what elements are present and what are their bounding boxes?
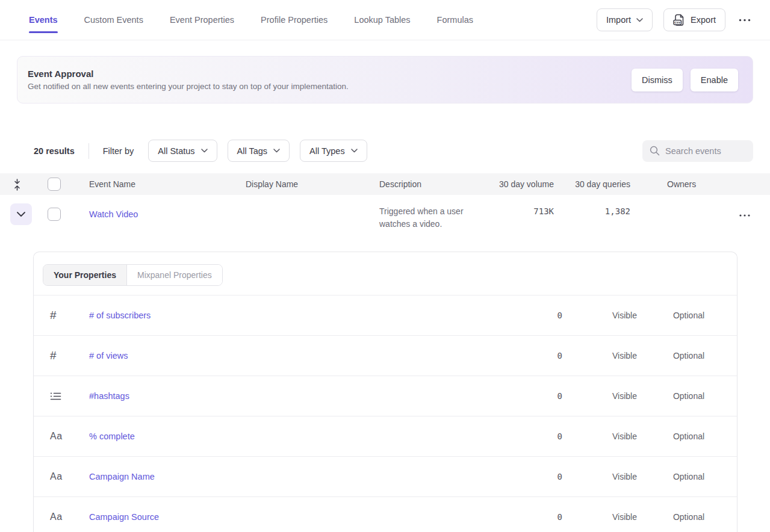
property-name-link[interactable]: Campaign Source xyxy=(89,512,159,522)
tab-events[interactable]: Events xyxy=(29,1,58,39)
property-requirement[interactable]: Optional xyxy=(650,351,728,360)
event-name-cell: Watch Video xyxy=(89,203,246,220)
property-visibility[interactable]: Visible xyxy=(600,351,650,360)
property-visibility[interactable]: Visible xyxy=(600,311,650,320)
export-button[interactable]: csv Export xyxy=(663,8,725,31)
description-text: Triggered when a user watches a video. xyxy=(379,203,494,230)
number-type-icon: # xyxy=(34,309,89,322)
header-checkbox-cell xyxy=(34,178,89,191)
filter-by-label: Filter by xyxy=(103,146,134,156)
chevron-down-icon xyxy=(636,18,643,22)
row-actions-cell xyxy=(733,203,770,220)
property-name-link[interactable]: % complete xyxy=(89,431,135,441)
tab-events-label: Events xyxy=(29,15,58,25)
banner-text: Event Approval Get notified on all new e… xyxy=(28,69,349,91)
header-description[interactable]: Description xyxy=(379,179,494,189)
header-30-day-queries[interactable]: 30 day queries xyxy=(554,179,630,189)
property-row: Aa % complete 0 Visible Optional xyxy=(34,416,737,457)
event-approval-banner: Event Approval Get notified on all new e… xyxy=(17,56,753,104)
import-button-label: Import xyxy=(606,15,631,25)
tab-formulas[interactable]: Formulas xyxy=(437,1,473,39)
properties-tab-group: Your Properties Mixpanel Properties xyxy=(43,264,223,286)
property-value: 0 xyxy=(557,311,562,320)
property-value: 0 xyxy=(557,512,562,522)
property-requirement[interactable]: Optional xyxy=(650,311,728,320)
collapse-all-button[interactable] xyxy=(0,178,34,191)
property-name-link[interactable]: # of subscribers xyxy=(89,311,151,320)
queries-cell: 1,382 xyxy=(554,203,630,217)
property-visibility[interactable]: Visible xyxy=(600,391,650,401)
chevron-down-icon xyxy=(351,149,358,153)
row-checkbox-cell xyxy=(34,203,89,221)
property-name-link[interactable]: # of views xyxy=(89,351,128,360)
header-event-name[interactable]: Event Name xyxy=(89,179,246,189)
property-visibility[interactable]: Visible xyxy=(600,512,650,522)
svg-text:csv: csv xyxy=(674,20,681,24)
more-options-button[interactable] xyxy=(736,15,753,25)
vertical-divider xyxy=(88,143,89,159)
banner-subtitle: Get notified on all new events entering … xyxy=(28,82,349,91)
tab-custom-events[interactable]: Custom Events xyxy=(84,1,143,39)
property-requirement[interactable]: Optional xyxy=(650,391,728,401)
search-events-input[interactable] xyxy=(665,146,746,156)
types-filter-dropdown[interactable]: All Types xyxy=(300,140,367,162)
search-icon xyxy=(650,146,660,156)
tab-mixpanel-properties[interactable]: Mixpanel Properties xyxy=(127,265,222,285)
property-requirement[interactable]: Optional xyxy=(650,431,728,441)
banner-buttons: Dismiss Enable xyxy=(632,69,738,91)
property-requirement[interactable]: Optional xyxy=(650,472,728,481)
list-type-icon xyxy=(34,392,89,401)
top-navigation: Events Custom Events Event Properties Pr… xyxy=(0,0,770,40)
text-type-icon: Aa xyxy=(34,512,89,522)
tab-lookup-tables[interactable]: Lookup Tables xyxy=(354,1,410,39)
properties-tabs-bar: Your Properties Mixpanel Properties xyxy=(34,252,737,295)
property-row: #hashtags 0 Visible Optional xyxy=(34,376,737,416)
row-checkbox[interactable] xyxy=(48,208,61,221)
filter-toolbar: 20 results Filter by All Status All Tags… xyxy=(0,140,770,162)
results-count: 20 results xyxy=(34,146,75,156)
collapse-row-button[interactable] xyxy=(10,203,32,225)
tab-profile-properties[interactable]: Profile Properties xyxy=(261,1,328,39)
property-row: # # of subscribers 0 Visible Optional xyxy=(34,295,737,336)
status-filter-dropdown[interactable]: All Status xyxy=(148,140,217,162)
header-display-name[interactable]: Display Name xyxy=(246,179,379,189)
property-row: # # of views 0 Visible Optional xyxy=(34,336,737,376)
header-owners[interactable]: Owners xyxy=(630,179,733,189)
property-value: 0 xyxy=(557,472,562,481)
event-properties-panel: Your Properties Mixpanel Properties # # … xyxy=(33,252,737,532)
search-events-box xyxy=(642,140,753,162)
row-more-options-button[interactable] xyxy=(737,211,753,220)
property-name-link[interactable]: #hashtags xyxy=(89,391,129,401)
property-value: 0 xyxy=(557,391,562,401)
description-cell: Triggered when a user watches a video. xyxy=(379,203,494,230)
tab-your-properties[interactable]: Your Properties xyxy=(43,265,127,285)
import-button[interactable]: Import xyxy=(597,8,653,31)
property-visibility[interactable]: Visible xyxy=(600,431,650,441)
property-value: 0 xyxy=(557,431,562,441)
topnav-actions: Import csv Export xyxy=(597,8,753,31)
text-type-icon: Aa xyxy=(34,471,89,482)
text-type-icon: Aa xyxy=(34,431,89,442)
event-name-link[interactable]: Watch Video xyxy=(89,203,138,219)
table-row-watch-video: Watch Video Triggered when a user watche… xyxy=(0,195,770,240)
header-30-day-volume[interactable]: 30 day volume xyxy=(494,179,554,189)
banner-title: Event Approval xyxy=(28,69,349,79)
volume-cell: 713K xyxy=(494,203,554,217)
property-visibility[interactable]: Visible xyxy=(600,472,650,481)
select-all-checkbox[interactable] xyxy=(48,178,61,191)
property-row: Aa Campaign Name 0 Visible Optional xyxy=(34,457,737,497)
property-requirement[interactable]: Optional xyxy=(650,512,728,522)
property-name-link[interactable]: Campaign Name xyxy=(89,472,155,481)
dismiss-button[interactable]: Dismiss xyxy=(632,69,683,91)
enable-button[interactable]: Enable xyxy=(691,69,738,91)
csv-file-icon: csv xyxy=(673,14,685,26)
active-tab-underline xyxy=(29,31,58,33)
tags-filter-dropdown[interactable]: All Tags xyxy=(228,140,290,162)
chevron-down-icon xyxy=(201,149,208,153)
property-value: 0 xyxy=(557,351,562,360)
banner-container: Event Approval Get notified on all new e… xyxy=(0,56,770,104)
chevron-down-icon xyxy=(273,149,280,153)
expander-cell xyxy=(0,203,34,225)
tab-event-properties[interactable]: Event Properties xyxy=(170,1,234,39)
nav-tabs: Events Custom Events Event Properties Pr… xyxy=(29,1,473,39)
